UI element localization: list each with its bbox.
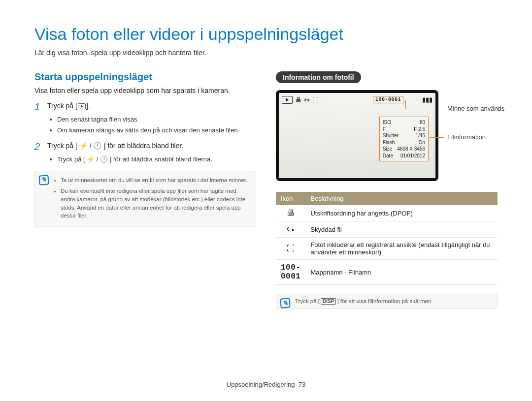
date-label: Date: [383, 153, 393, 159]
info-badge: Information om fotofil: [276, 71, 361, 83]
step-2-bullets: Tryck på [ ⚡ / 🕐 ] för att bläddra snabb…: [57, 155, 256, 164]
callout-line: [405, 109, 445, 109]
table-row: 🗝 Skyddad fil: [276, 221, 498, 238]
step-1: 1 Tryck på [].: [34, 101, 256, 112]
column-right: Information om fotofil 🖶 🗝 ⛶ 100-0001 ▮▮…: [276, 71, 498, 309]
th-desc: Beskrivning: [305, 192, 498, 205]
lcd-diagram: 🖶 🗝 ⛶ 100-0001 ▮▮▮ ISO80 FF 2.5 Shutter1…: [276, 90, 438, 181]
note-icon: ✎: [38, 175, 49, 185]
size-label: Size: [383, 146, 392, 153]
step-text: Tryck på [].: [47, 101, 90, 111]
content-columns: Starta uppspelningsläget Visa foton elle…: [34, 71, 498, 309]
print-icon: 🖶: [296, 96, 301, 103]
bullet: Om kameran stängs av sätts den på och vi…: [57, 126, 256, 135]
th-icon: Ikon: [276, 192, 305, 205]
row-desc: Skyddad fil: [305, 221, 498, 238]
icon-table: Ikon Beskrivning 🖶 Utskriftsordning har …: [276, 192, 498, 285]
table-row: 100-0001 Mappnamn - Filnamn: [276, 260, 498, 285]
size-val: 4608 X 3456: [397, 146, 425, 153]
table-row: ⛶ Fotot inkluderar ett registrerat ansik…: [276, 238, 498, 260]
tip-pre: Tryck på [: [295, 298, 320, 304]
intro-text: Lär dig visa foton, spela upp videoklipp…: [34, 49, 498, 57]
step-2: 2 Tryck på [ ⚡ / 🕐 ] för att bläddra bla…: [34, 141, 256, 152]
folder-id-icon: 100-0001: [276, 260, 305, 285]
folder-id-indicator: 100-0001: [373, 96, 403, 103]
face-icon: ⛶: [276, 238, 305, 260]
tip-bar: ✎ Tryck på [DISP] för att visa filinform…: [276, 294, 498, 309]
page-footer: Uppspelning/Redigering 73: [0, 381, 532, 388]
column-left: Starta uppspelningsläget Visa foton elle…: [34, 71, 256, 309]
bullet: Tryck på [ ⚡ / 🕐 ] för att bläddra snabb…: [57, 155, 256, 164]
row-desc: Fotot inkluderar ett registrerat ansikte…: [305, 238, 498, 260]
print-icon: 🖶: [276, 205, 305, 221]
table-row: 🖶 Utskriftsordning har angetts (DPOF): [276, 205, 498, 221]
lcd-top-icons: 🖶 🗝 ⛶: [296, 96, 318, 103]
iso-val: 80: [420, 119, 425, 126]
row-desc: Utskriftsordning har angetts (DPOF): [305, 205, 498, 221]
shutter-label: Shutter: [383, 132, 399, 139]
step1-pre: Tryck på [: [47, 102, 77, 110]
f-label: F: [383, 126, 386, 133]
note-icon: ✎: [280, 298, 290, 308]
face-icon: ⛶: [312, 96, 318, 103]
key-icon: 🗝: [276, 221, 305, 238]
callout-line: [405, 100, 406, 109]
footer-page: 73: [299, 381, 305, 388]
section-desc: Visa foton eller spela upp videoklipp so…: [34, 87, 256, 94]
note-box: ✎ Ta ur minneskortet om du vill se en fi…: [34, 171, 256, 228]
camera-lcd: 🖶 🗝 ⛶ 100-0001 ▮▮▮ ISO80 FF 2.5 Shutter1…: [276, 90, 438, 181]
disp-key: DISP: [321, 298, 336, 305]
step-number: 1: [34, 101, 47, 112]
page-title: Visa foton eller videor i uppspelningslä…: [34, 25, 498, 44]
lcd-top-row: 🖶 🗝 ⛶: [282, 96, 432, 104]
shutter-val: 1/45: [416, 132, 425, 139]
tip-post: ] för att visa filinformation på skärmen…: [337, 298, 432, 304]
note-item: Du kan eventuellt inte redigera eller sp…: [61, 187, 250, 220]
section-heading: Starta uppspelningsläget: [34, 71, 256, 83]
playback-icon: [78, 103, 86, 109]
step1-post: ].: [86, 102, 90, 110]
bullet: Den senast tagna filen visas.: [57, 115, 256, 124]
flash-val: On: [419, 139, 425, 146]
footer-section: Uppspelning/Redigering: [227, 381, 295, 388]
callout-line: [430, 137, 444, 138]
file-info-panel: ISO80 FF 2.5 Shutter1/45 FlashOn Size460…: [379, 117, 429, 161]
play-icon: [282, 96, 293, 104]
note-item: Ta ur minneskortet om du vill se en fil …: [61, 176, 250, 185]
step-number: 2: [34, 141, 47, 152]
iso-label: ISO: [383, 119, 391, 126]
key-icon: 🗝: [304, 96, 310, 103]
battery-icon: ▮▮▮: [422, 96, 432, 103]
f-val: F 2.5: [414, 126, 425, 133]
step-text: Tryck på [ ⚡ / 🕐 ] för att bläddra bland…: [47, 141, 183, 151]
row-desc: Mappnamn - Filnamn: [305, 260, 498, 285]
date-val: 01/01/2012: [400, 153, 425, 159]
step-1-bullets: Den senast tagna filen visas. Om kameran…: [57, 115, 256, 134]
flash-label: Flash: [383, 139, 395, 146]
callout-memory: Minne som används: [447, 105, 504, 112]
callout-fileinfo: Filinformation: [447, 133, 486, 141]
